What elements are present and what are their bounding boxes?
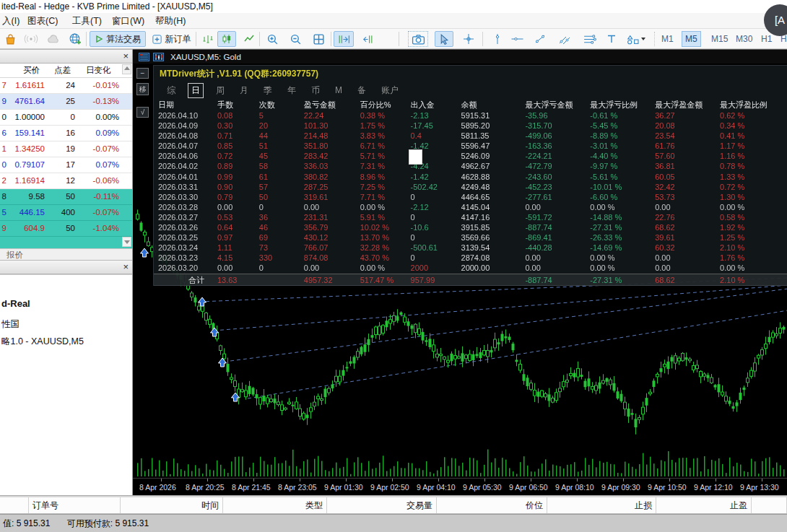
stats-cell: 5.71 % (360, 151, 411, 161)
stats-row[interactable]: 2026.04.090.3020101.301.75 %-17.455895.2… (154, 121, 787, 131)
market-watch-row[interactable]: 01.0000000.00% (0, 110, 132, 126)
fibonacci-tool-icon[interactable] (581, 31, 598, 47)
orders-col-止盈[interactable]: 止盈 (656, 497, 752, 513)
channel-tool-icon[interactable] (556, 31, 573, 47)
text-tool-icon[interactable] (605, 31, 618, 47)
stats-row[interactable]: 2026.03.280.0000.000.00 %-2.124145.040.0… (154, 202, 787, 212)
market-watch-row[interactable]: 71.6161124-0.01% (0, 78, 132, 94)
stats-tab-M[interactable]: M (332, 84, 345, 96)
orders-col-订单号[interactable]: 订单号 (29, 497, 121, 513)
orders-col-价位[interactable]: 价位 (437, 497, 547, 513)
cloud-icon[interactable] (45, 31, 62, 47)
stats-row[interactable]: 2026.03.300.7950319.617.71 %04464.65-277… (154, 192, 787, 202)
auto-scroll-icon[interactable] (357, 31, 377, 47)
stats-tab-账户[interactable]: 账户 (378, 84, 401, 97)
stats-row[interactable]: 2026.04.020.8958336.037.31 %-4.244962.67… (154, 161, 787, 171)
account-name[interactable]: d-Real (1, 298, 30, 309)
menu-help[interactable]: 帮助(H) (155, 13, 186, 29)
time-axis[interactable]: 8 Apr 20268 Apr 20:258 Apr 21:458 Apr 23… (133, 478, 787, 495)
stats-row[interactable]: 2026.04.010.9961380.828.96 %-1.424628.88… (154, 172, 787, 182)
col-ask[interactable]: 买价 (23, 65, 40, 76)
cursor-tool-icon[interactable] (435, 31, 453, 47)
stats-row[interactable]: 2026.03.260.6446356.7910.02 %-10.63915.8… (154, 222, 787, 232)
col-spread[interactable]: 点差 (54, 65, 71, 76)
timeframe-m1[interactable]: M1 (658, 31, 677, 47)
shapes-tool-icon[interactable] (624, 31, 648, 47)
market-watch-row[interactable]: 89.5850-0.11% (0, 189, 132, 205)
stats-tab-周[interactable]: 周 (213, 84, 227, 97)
zoom-out-icon[interactable] (286, 31, 305, 47)
trendline-tool-icon[interactable] (532, 31, 548, 47)
market-icon[interactable] (2, 31, 18, 47)
orders-col-止损[interactable]: 止损 (547, 497, 656, 513)
stats-tab-备[interactable]: 备 (355, 84, 369, 97)
screenshot-camera-icon[interactable] (408, 31, 428, 47)
market-watch-partial-row[interactable] (0, 237, 132, 248)
stats-tab-日[interactable]: 日 (188, 83, 204, 98)
axis-tick (577, 479, 578, 481)
orders-col-时间[interactable]: 时间 (121, 497, 223, 513)
panel-move-button[interactable]: 移 (136, 83, 149, 95)
orders-col-类型[interactable]: 类型 (223, 497, 327, 513)
menu-window[interactable]: 窗口(W) (112, 13, 144, 29)
chart-list-icon[interactable] (139, 53, 149, 61)
bar-chart-mode-icon[interactable] (200, 31, 216, 47)
timeframe-m5[interactable]: M5 (682, 31, 701, 47)
stats-tab-综[interactable]: 综 (164, 84, 178, 97)
community-globe-icon[interactable] (67, 31, 83, 47)
stats-tab-年[interactable]: 年 (284, 84, 299, 97)
scroll-down-icon[interactable] (122, 237, 131, 247)
crosshair-tool-icon[interactable] (460, 31, 477, 47)
orders-col-empty[interactable] (0, 497, 29, 513)
tile-windows-icon[interactable] (309, 31, 328, 47)
close-icon[interactable]: × (123, 51, 129, 61)
signal-icon[interactable] (22, 31, 40, 47)
orders-col-交易量[interactable]: 交易量 (327, 497, 437, 513)
market-watch-row[interactable]: 21.1691412-0.06% (0, 173, 132, 189)
stats-tab-币[interactable]: 币 (308, 84, 323, 97)
stats-row[interactable]: 2026.03.200.0000.000.00 %20002000.000.00… (154, 263, 787, 273)
stats-row[interactable]: 2026.03.234.15330874.0843.70 %02874.080.… (154, 253, 787, 263)
new-order-button[interactable]: 新订单 (149, 31, 194, 47)
stats-row[interactable]: 2026.04.070.8551351.806.71 %-1.425596.47… (154, 141, 787, 151)
zoom-in-icon[interactable] (263, 31, 282, 47)
strategy-item[interactable]: 略1.0 - XAUUSD,M5 (1, 336, 84, 348)
stats-tab-季[interactable]: 季 (261, 84, 275, 97)
scroll-up-icon[interactable] (122, 64, 131, 74)
stats-row[interactable]: 2026.03.270.5336231.315.91 %04147.16-591… (154, 212, 787, 222)
stats-row[interactable]: 2026.03.241.1173766.0732.28 %-500.613139… (154, 243, 787, 253)
market-watch-row[interactable]: 6159.141160.09% (0, 126, 132, 141)
chart-candle-icon[interactable] (153, 53, 164, 61)
tab-quotes[interactable]: 报价 (0, 248, 132, 260)
algo-trading-button[interactable]: 算法交易 (90, 31, 146, 47)
stats-row[interactable]: 2026.04.060.7245283.425.71 %5246.09-224.… (154, 151, 787, 161)
stats-total-row[interactable]: 合计13.634957.32517.47 %957.99-887.74-27.3… (154, 274, 787, 286)
market-watch-row[interactable]: 11.3425019-0.07% (0, 141, 132, 157)
market-watch-row[interactable]: 9604.950-1.04% (0, 221, 132, 237)
menu-insert[interactable]: 入(I) (2, 13, 19, 29)
market-watch-row[interactable]: 00.79107170.07% (0, 157, 132, 173)
stats-row[interactable]: 2026.04.080.7144214.483.83 %0.45811.35-4… (154, 131, 787, 141)
stats-tab-月[interactable]: 月 (237, 84, 251, 97)
col-daily-change[interactable]: 日变化 (86, 65, 111, 76)
panel-check-button[interactable]: √ (136, 107, 149, 118)
stats-row[interactable]: 2026.04.100.08522.240.38 %-2.135915.31-3… (154, 110, 787, 121)
orders-col-empty[interactable] (752, 497, 787, 513)
panel-minimize-button[interactable]: − (136, 68, 149, 79)
close-icon[interactable]: × (123, 261, 129, 272)
menu-charts[interactable]: 图表(C) (27, 13, 58, 29)
market-watch-row[interactable]: 5446.15400-0.07% (0, 205, 132, 221)
shift-chart-end-icon[interactable] (334, 31, 354, 47)
account-owner[interactable]: 性国 (1, 318, 19, 331)
menu-tools[interactable]: 工具(T) (72, 13, 102, 29)
stats-row[interactable]: 2026.03.310.9057287.257.25 %-502.424249.… (154, 182, 787, 192)
market-watch-row[interactable]: 94761.6425-0.13% (0, 94, 132, 110)
candlestick-mode-icon[interactable] (217, 31, 236, 47)
stats-row[interactable]: 2026.03.250.9769430.1213.70 %03569.66-86… (154, 232, 787, 243)
stats-cell: 0.64 (217, 222, 259, 232)
timeframe-m30[interactable]: M30 (733, 31, 755, 47)
horizontal-line-tool-icon[interactable] (509, 31, 525, 47)
line-chart-mode-icon[interactable] (241, 31, 257, 47)
timeframe-m15[interactable]: M15 (708, 31, 731, 47)
vertical-line-tool-icon[interactable] (491, 31, 504, 47)
